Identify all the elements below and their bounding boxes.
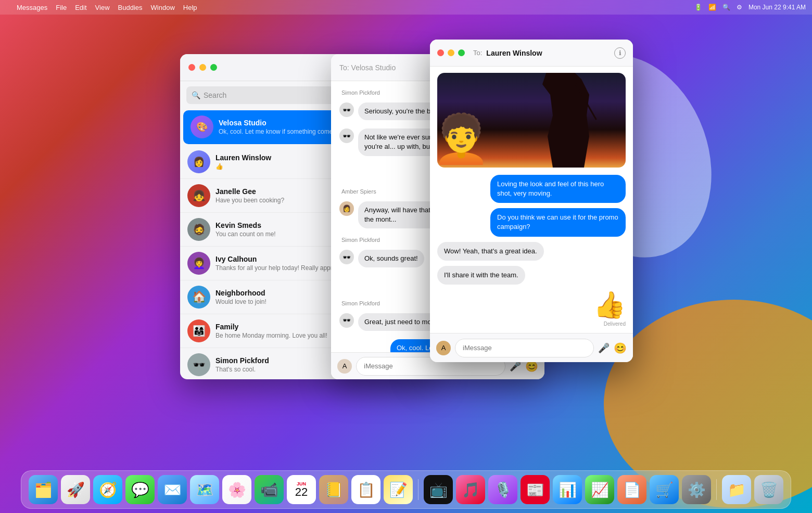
minimize-button-fg[interactable] (448, 49, 454, 56)
input-avatar-velosa: A (337, 359, 352, 374)
bubble-share: I'll share it with the team. (437, 266, 525, 285)
menu-edit[interactable]: Edit (75, 4, 86, 11)
chat-titlebar-lauren: To: Lauren Winslow ℹ (430, 40, 633, 67)
dock-icon-mail[interactable]: ✉️ (158, 475, 187, 504)
dock-separator (418, 479, 418, 500)
msg-avatar-simon4: 🕶️ (339, 313, 354, 328)
msg-avatar-simon3: 🕶️ (339, 250, 354, 264)
to-name-lauren: Lauren Winslow (486, 49, 542, 57)
bubble-sounds-great: Ok, sounds great! (358, 250, 424, 267)
conv-name-family: Family (215, 323, 238, 331)
msg-avatar-simon2: 🕶️ (339, 129, 354, 143)
avatar-lauren: 👩 (187, 150, 210, 173)
chat-window-lauren: To: Lauren Winslow ℹ 🧑‍🦱 Loving the look… (430, 40, 633, 362)
close-button[interactable] (188, 64, 195, 71)
dock-icon-reminders[interactable]: 📋 (351, 475, 380, 504)
avatar-ivy: 👩‍🦱 (187, 252, 210, 275)
hero-memoji: 🧑‍🦱 (437, 116, 490, 162)
dock-icon-appletv[interactable]: 📺 (424, 475, 453, 504)
dock-icon-contacts[interactable]: 📒 (319, 475, 348, 504)
dock-icon-numbers[interactable]: 📈 (585, 475, 614, 504)
to-label: To: (473, 49, 482, 57)
search-icon[interactable]: 🔍 (722, 4, 730, 11)
bubble-promo: Do you think we can use it for the promo… (490, 208, 626, 236)
received-row-share: I'll share it with the team. (437, 266, 626, 285)
dock-icon-maps[interactable]: 🗺️ (190, 475, 219, 504)
app-name: Messages (17, 4, 47, 11)
thumbs-up-wrap: 👍 Delivered (437, 290, 626, 327)
thumbs-up-emoji: 👍 (593, 290, 626, 320)
audio-record-icon-fg[interactable]: 🎤 (598, 342, 610, 354)
conv-name-ivy: Ivy Calhoun (215, 255, 257, 263)
received-row-great: Wow! Yeah, that's a great idea. (437, 242, 626, 261)
dock-icon-keynote[interactable]: 📊 (553, 475, 582, 504)
dock-icon-music[interactable]: 🎵 (456, 475, 485, 504)
avatar-kevin: 🧔 (187, 218, 210, 241)
wifi-icon: 📶 (708, 4, 716, 11)
info-button[interactable]: ℹ (614, 47, 626, 59)
menu-buddies[interactable]: Buddies (118, 4, 143, 11)
conv-name-lauren: Lauren Winslow (215, 153, 271, 162)
avatar-neighborhood: 🏠 (187, 286, 210, 309)
dock-icon-pages[interactable]: 📄 (617, 475, 646, 504)
close-button-fg[interactable] (437, 49, 444, 56)
dock-icon-finder[interactable]: 🗂️ (29, 475, 58, 504)
emoji-picker-icon-fg[interactable]: 😊 (614, 342, 627, 354)
sent-row-loving: Loving the look and feel of this hero sh… (437, 175, 626, 203)
message-input-lauren[interactable] (455, 339, 594, 357)
chat-header-velosa: To: Velosa Studio (339, 63, 396, 72)
dock-icon-safari[interactable]: 🧭 (93, 475, 122, 504)
hero-image: 🧑‍🦱 (437, 73, 626, 168)
conv-name-kevin: Kevin Smeds (215, 221, 261, 229)
menubar-left: Messages File Edit View Buddies Window H… (6, 4, 197, 11)
dock-icon-trash[interactable]: 🗑️ (754, 475, 783, 504)
dock-icon-files[interactable]: 📁 (722, 475, 751, 504)
dock-icon-calendar[interactable]: JUN 22 (287, 475, 316, 504)
avatar-janelle: 👧 (187, 184, 210, 207)
search-placeholder: Search (204, 91, 226, 99)
dock-icon-podcasts[interactable]: 🎙️ (488, 475, 517, 504)
traffic-lights (437, 49, 465, 56)
menu-window[interactable]: Window (151, 4, 175, 11)
dock: 🗂️ 🚀 🧭 💬 ✉️ 🗺️ 🌸 📹 JUN 22 📒 📋 📝 📺 🎵 🎙️ 📰… (21, 470, 791, 509)
search-icon: 🔍 (192, 91, 200, 99)
conv-name-velosa: Velosa Studio (219, 119, 267, 127)
hero-silhouette (542, 73, 594, 168)
dock-icon-facetime[interactable]: 📹 (255, 475, 284, 504)
dock-icon-messages[interactable]: 💬 (125, 475, 155, 504)
bubble-loving: Loving the look and feel of this hero sh… (490, 175, 626, 203)
avatar-velosa: 🎨 (191, 116, 213, 138)
input-avatar-lauren: A (436, 341, 451, 355)
delivered-label: Delivered (604, 321, 626, 327)
menu-help[interactable]: Help (183, 4, 197, 11)
control-center-icon[interactable]: ⚙ (737, 4, 742, 11)
conv-name-simon: Simon Pickford (215, 356, 269, 365)
menubar: Messages File Edit View Buddies Window H… (0, 0, 812, 15)
maximize-button-fg[interactable] (458, 49, 465, 56)
msg-avatar-simon: 🕶️ (339, 102, 354, 117)
avatar-simon: 🕶️ (187, 353, 210, 376)
battery-icon: 🔋 (694, 4, 702, 11)
menu-file[interactable]: File (56, 4, 67, 11)
dock-icon-launchpad[interactable]: 🚀 (61, 475, 90, 504)
chat-messages-lauren: 🧑‍🦱 Loving the look and feel of this her… (430, 67, 633, 333)
dock-icon-system-prefs[interactable]: ⚙️ (682, 475, 711, 504)
dock-icon-news[interactable]: 📰 (521, 475, 550, 504)
menubar-right: 🔋 📶 🔍 ⚙ Mon Jun 22 9:41 AM (694, 4, 806, 11)
dock-icon-photos[interactable]: 🌸 (222, 475, 251, 504)
dock-separator-2 (716, 479, 717, 500)
clock: Mon Jun 22 9:41 AM (748, 4, 806, 11)
avatar-family: 👨‍👩‍👧 (187, 319, 210, 342)
msg-group-simon2: Ok, sounds great! (358, 250, 424, 267)
conv-name-neighborhood: Neighborhood (215, 289, 265, 297)
msg-avatar-amber: 👩 (339, 201, 354, 216)
menu-view[interactable]: View (95, 4, 110, 11)
sent-row-promo: Do you think we can use it for the promo… (437, 208, 626, 236)
dock-icon-notes[interactable]: 📝 (384, 475, 413, 504)
bubble-great: Wow! Yeah, that's a great idea. (437, 242, 544, 261)
chat-input-lauren: A 🎤 😊 (430, 333, 633, 362)
maximize-button[interactable] (210, 64, 217, 71)
minimize-button[interactable] (199, 64, 206, 71)
dock-icon-appstore[interactable]: 🛒 (650, 475, 679, 504)
conv-name-janelle: Janelle Gee (215, 187, 256, 196)
